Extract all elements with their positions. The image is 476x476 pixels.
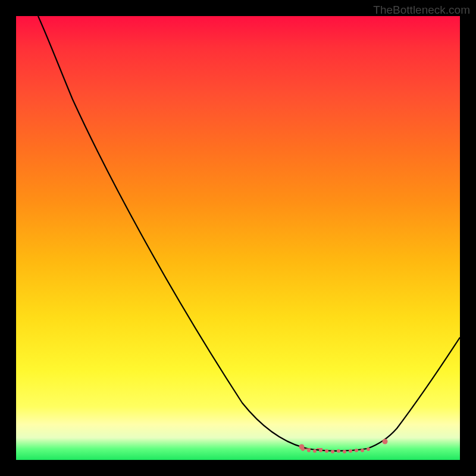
marker-dot <box>355 449 358 452</box>
chart-gradient-background <box>16 16 460 460</box>
marker-dot <box>361 449 364 452</box>
marker-dot <box>313 449 317 453</box>
marker-dot <box>343 450 346 453</box>
marker-dot <box>337 449 340 453</box>
marker-dot <box>331 450 334 453</box>
marker-dot <box>367 447 370 451</box>
watermark-text: TheBottleneck.com <box>373 4 470 17</box>
marker-dot <box>349 449 352 453</box>
marker-dot <box>325 449 328 453</box>
marker-dot <box>383 439 388 444</box>
bottleneck-curve-svg <box>16 16 460 460</box>
curve-path <box>38 16 460 451</box>
marker-dot <box>301 447 305 451</box>
marker-tick <box>305 449 311 449</box>
